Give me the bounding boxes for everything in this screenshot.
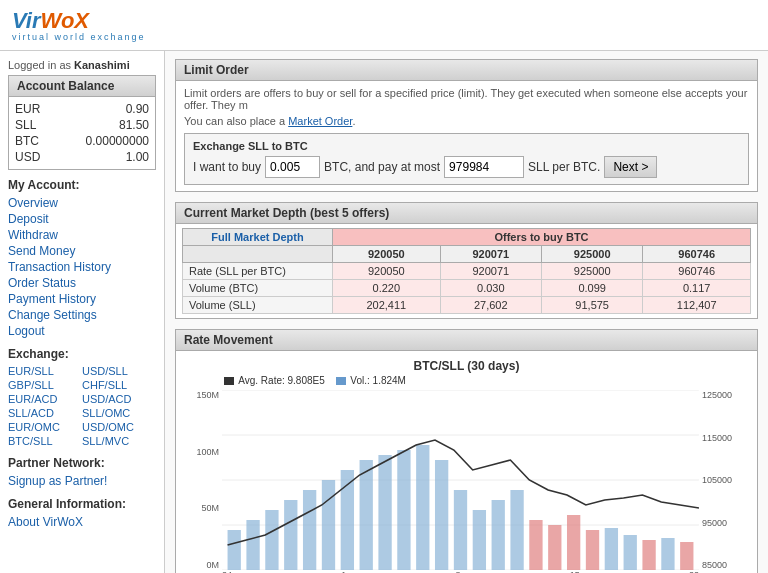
next-button[interactable]: Next > (604, 156, 657, 178)
chart-legend: Avg. Rate: 9.808E5 Vol.: 1.824M (184, 375, 749, 386)
exchange-btc-sll[interactable]: BTC/SLL (8, 434, 82, 448)
sidebar-link-payment-history[interactable]: Payment History (8, 291, 156, 307)
depth-row-rate-label: Rate (SLL per BTC) (183, 263, 333, 280)
depth-rate1: 920050 (333, 263, 441, 280)
svg-rect-25 (605, 528, 618, 570)
depth-col3: 925000 (541, 246, 642, 263)
svg-rect-6 (246, 520, 259, 570)
exchange-form-title: Exchange SLL to BTC (193, 140, 740, 152)
logged-in-text: Logged in as Kanashimi (8, 59, 156, 71)
sidebar-link-send-money[interactable]: Send Money (8, 243, 156, 259)
exchange-eur-sll[interactable]: EUR/SLL (8, 364, 82, 378)
depth-volsll4: 112,407 (643, 297, 751, 314)
depth-col-label-header (183, 246, 333, 263)
usd-label: USD (15, 150, 40, 164)
buy-amount-input[interactable] (265, 156, 320, 178)
exchange-eur-omc[interactable]: EUR/OMC (8, 420, 82, 434)
depth-th-offers: Offers to buy BTC (333, 229, 751, 246)
depth-volsll1: 202,411 (333, 297, 441, 314)
logo-wox: WoX (41, 8, 89, 33)
sidebar-link-transaction-history[interactable]: Transaction History (8, 259, 156, 275)
svg-rect-17 (454, 490, 467, 570)
exchange-usd-sll[interactable]: USD/SLL (82, 364, 156, 378)
exchange-sll-mvc[interactable]: SLL/MVC (82, 434, 156, 448)
market-depth-title: Current Market Depth (best 5 offers) (176, 203, 757, 224)
my-account-section: My Account: Overview Deposit Withdraw Se… (8, 178, 156, 339)
btc-amount: 0.00000000 (86, 134, 149, 148)
depth-volbtc4: 0.117 (643, 280, 751, 297)
btc-label: BTC (15, 134, 39, 148)
account-balance-box: Account Balance EUR 0.90 SLL 81.50 BTC 0… (8, 75, 156, 170)
svg-rect-14 (397, 450, 410, 570)
content-area: Limit Order Limit orders are offers to b… (165, 51, 768, 573)
form-label1: I want to buy (193, 160, 261, 174)
svg-rect-7 (265, 510, 278, 570)
sidebar-link-overview[interactable]: Overview (8, 195, 156, 211)
partner-signup-link[interactable]: Signup as Partner! (8, 473, 156, 489)
usd-amount: 1.00 (126, 150, 149, 164)
depth-volsll2: 27,602 (440, 297, 541, 314)
svg-rect-22 (548, 525, 561, 570)
market-order-link[interactable]: Market Order (288, 115, 352, 127)
limit-order-content: Limit orders are offers to buy or sell f… (176, 81, 757, 191)
svg-rect-21 (529, 520, 542, 570)
exchange-usd-omc[interactable]: USD/OMC (82, 420, 156, 434)
svg-rect-9 (303, 490, 316, 570)
depth-row-rate: Rate (SLL per BTC) 920050 920071 925000 … (183, 263, 751, 280)
sll-label: SLL (15, 118, 36, 132)
rate-movement-title: Rate Movement (176, 330, 757, 351)
sidebar-link-logout[interactable]: Logout (8, 323, 156, 339)
svg-rect-18 (473, 510, 486, 570)
svg-rect-13 (378, 455, 391, 570)
balance-usd: USD 1.00 (15, 149, 149, 165)
depth-rate3: 925000 (541, 263, 642, 280)
partner-title: Partner Network: (8, 456, 156, 470)
depth-row-vol-btc: Volume (BTC) 0.220 0.030 0.099 0.117 (183, 280, 751, 297)
svg-rect-19 (492, 500, 505, 570)
market-depth-box: Current Market Depth (best 5 offers) Ful… (175, 202, 758, 319)
svg-rect-10 (322, 480, 335, 570)
chart-svg (222, 390, 699, 570)
depth-rate2: 920071 (440, 263, 541, 280)
depth-vol-sll-label: Volume (SLL) (183, 297, 333, 314)
also-place-text: You can also place a Market Order. (184, 115, 749, 127)
exchange-chf-sll[interactable]: CHF/SLL (82, 378, 156, 392)
exchange-sll-acd[interactable]: SLL/ACD (8, 406, 82, 420)
limit-order-box: Limit Order Limit orders are offers to b… (175, 59, 758, 192)
general-info-title: General Information: (8, 497, 156, 511)
sidebar-link-withdraw[interactable]: Withdraw (8, 227, 156, 243)
depth-volbtc2: 0.030 (440, 280, 541, 297)
logo: VirWoX virtual world exchange (12, 8, 756, 42)
depth-col2: 920071 (440, 246, 541, 263)
limit-order-title: Limit Order (176, 60, 757, 81)
exchange-usd-acd[interactable]: USD/ACD (82, 392, 156, 406)
exchange-eur-acd[interactable]: EUR/ACD (8, 392, 82, 406)
sidebar-link-deposit[interactable]: Deposit (8, 211, 156, 227)
y-axis-right: 125000 115000 105000 95000 85000 (699, 390, 749, 570)
svg-rect-29 (680, 542, 693, 570)
my-account-title: My Account: (8, 178, 156, 192)
sll-amount: 81.50 (119, 118, 149, 132)
depth-vol-btc-label: Volume (BTC) (183, 280, 333, 297)
exchange-gbp-sll[interactable]: GBP/SLL (8, 378, 82, 392)
sidebar-link-order-status[interactable]: Order Status (8, 275, 156, 291)
logged-in-user: Kanashimi (74, 59, 130, 71)
price-input[interactable] (444, 156, 524, 178)
svg-rect-8 (284, 500, 297, 570)
depth-volbtc3: 0.099 (541, 280, 642, 297)
sidebar: Logged in as Kanashimi Account Balance E… (0, 51, 165, 573)
exchange-title: Exchange: (8, 347, 156, 361)
general-info-section: General Information: About VirWoX (8, 497, 156, 530)
full-market-depth-link[interactable]: Full Market Depth (211, 231, 303, 243)
logo-vir: Vir (12, 8, 41, 33)
about-virwox-link[interactable]: About VirWoX (8, 514, 156, 530)
svg-rect-12 (360, 460, 373, 570)
chart-title: BTC/SLL (30 days) (184, 359, 749, 373)
sidebar-link-change-settings[interactable]: Change Settings (8, 307, 156, 323)
exchange-sll-omc[interactable]: SLL/OMC (82, 406, 156, 420)
svg-rect-23 (567, 515, 580, 570)
depth-rate4: 960746 (643, 263, 751, 280)
svg-rect-20 (510, 490, 523, 570)
svg-rect-16 (435, 460, 448, 570)
exchange-links-grid: EUR/SLL USD/SLL GBP/SLL CHF/SLL EUR/ACD … (8, 364, 156, 448)
